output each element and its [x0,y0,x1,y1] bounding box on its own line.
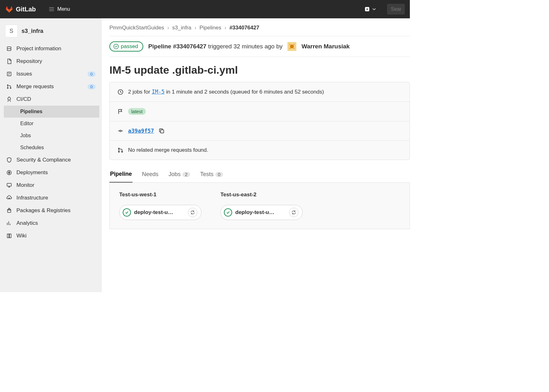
author-avatar[interactable] [287,42,296,51]
job-name: deploy-test-u… [235,209,286,216]
breadcrumb-sep: › [167,25,169,31]
sidebar-item-label: Wiki [16,233,27,239]
book-icon [6,46,12,52]
breadcrumb-link[interactable]: Pipelines [200,25,221,31]
mr-text: No related merge requests found. [128,147,208,153]
rocket-icon [6,96,12,102]
package-icon [6,208,12,213]
pipeline-title: IM-5 update .gitlab-ci.yml [109,64,410,76]
breadcrumb-sep: › [225,25,226,31]
job-pill[interactable]: deploy-test-u… [220,205,303,220]
count-badge: 0 [88,84,96,89]
svg-point-16 [9,198,10,199]
sidebar-item-cicd[interactable]: CI/CD [0,93,102,106]
svg-point-10 [7,88,8,89]
count-badge: 0 [88,71,96,77]
info-row-duration: 2 jobs for IM-5 in 1 minute and 2 second… [110,82,410,102]
search-input[interactable] [387,4,405,15]
cicd-sublist: Pipelines Editor Jobs Schedules [0,106,102,154]
sidebar-item-label: Security & Compliance [16,157,71,163]
retry-button[interactable] [289,208,299,217]
deploy-icon [6,170,12,175]
menu-button[interactable]: Menu [48,6,70,12]
sidebar-item-merge-requests[interactable]: Merge requests 0 [0,80,102,93]
gitlab-icon [5,5,13,13]
new-button[interactable] [364,6,377,12]
cloud-gear-icon [6,195,12,201]
tab-tests[interactable]: Tests0 [200,168,224,182]
author-name[interactable]: Warren Marusiak [301,43,349,50]
sidebar-item-packages[interactable]: Packages & Registries [0,204,102,217]
info-row-commit: a39a9f57 [110,121,410,141]
retry-button[interactable] [188,208,197,217]
status-passed-icon [224,208,232,217]
stage-name: Test-us-west-1 [119,192,201,198]
sidebar-item-security[interactable]: Security & Compliance [0,154,102,166]
sidebar-item-monitor[interactable]: Monitor [0,179,102,192]
pipeline-tabs: Pipeline Needs Jobs2 Tests0 [109,168,410,183]
svg-point-29 [120,130,121,132]
sidebar-item-deployments[interactable]: Deployments [0,166,102,179]
svg-rect-13 [7,183,11,186]
svg-point-9 [7,85,8,86]
info-row-tag: latest [110,102,410,121]
tab-count: 0 [215,172,223,177]
tab-pipeline[interactable]: Pipeline [109,168,133,183]
svg-point-33 [118,148,119,149]
sidebar: S s3_infra Project information Repositor… [0,18,102,292]
svg-point-34 [118,151,119,152]
sidebar-item-issues[interactable]: Issues 0 [0,68,102,80]
gitlab-logo[interactable]: GitLab [5,5,36,13]
file-icon [6,58,12,64]
sidebar-item-project-info[interactable]: Project information [0,42,102,55]
svg-rect-6 [7,72,11,76]
sidebar-item-wiki[interactable]: Wiki [0,230,102,242]
svg-point-21 [114,44,119,49]
latest-tag: latest [128,108,146,115]
svg-point-26 [290,48,291,49]
breadcrumbs: PmmQuickStartGuides › s3_infra › Pipelin… [109,25,410,31]
sub-item-editor[interactable]: Editor [16,118,99,130]
project-header[interactable]: S s3_infra [0,22,102,42]
copy-icon[interactable] [158,128,165,134]
wiki-icon [6,233,12,239]
tab-jobs[interactable]: Jobs2 [168,168,191,182]
breadcrumb-link[interactable]: s3_infra [172,25,191,31]
status-badge-passed[interactable]: passed [109,41,143,52]
brand-text: GitLab [16,6,36,13]
status-text: passed [121,43,138,50]
svg-point-35 [121,151,122,152]
info-row-mr: No related merge requests found. [110,141,410,160]
sub-item-schedules[interactable]: Schedules [16,142,99,154]
sidebar-item-label: CI/CD [16,96,31,102]
plus-icon [364,6,370,12]
commit-link[interactable]: a39a9f57 [128,128,154,134]
sub-item-pipelines[interactable]: Pipelines [4,106,99,118]
tab-count: 2 [182,172,190,177]
sidebar-item-analytics[interactable]: Analytics [0,217,102,230]
sidebar-item-infrastructure[interactable]: Infrastructure [0,192,102,204]
project-avatar: S [5,25,18,37]
pipeline-info-box: 2 jobs for IM-5 in 1 minute and 2 second… [109,82,410,160]
breadcrumb-link[interactable]: PmmQuickStartGuides [109,25,164,31]
top-navbar: GitLab Menu [0,0,410,18]
sidebar-item-label: Project information [16,46,61,52]
chevron-down-icon [371,6,377,12]
job-pill[interactable]: deploy-test-u… [119,205,201,220]
tab-needs[interactable]: Needs [141,168,159,182]
svg-point-27 [293,48,294,49]
sub-item-jobs[interactable]: Jobs [16,130,99,142]
hamburger-icon [48,6,55,12]
pipeline-header: passed Pipeline #334076427 triggered 32 … [109,41,410,52]
branch-link[interactable]: IM-5 [152,89,165,95]
retry-icon [291,210,296,215]
chart-icon [6,220,12,226]
breadcrumb-current: #334076427 [229,25,259,31]
sidebar-item-label: Packages & Registries [16,207,71,214]
sidebar-item-repository[interactable]: Repository [0,55,102,68]
job-name: deploy-test-u… [134,209,185,216]
sidebar-item-label: Issues [16,71,32,77]
svg-point-24 [290,44,291,45]
commit-icon [117,128,124,134]
merge-icon [6,84,12,89]
